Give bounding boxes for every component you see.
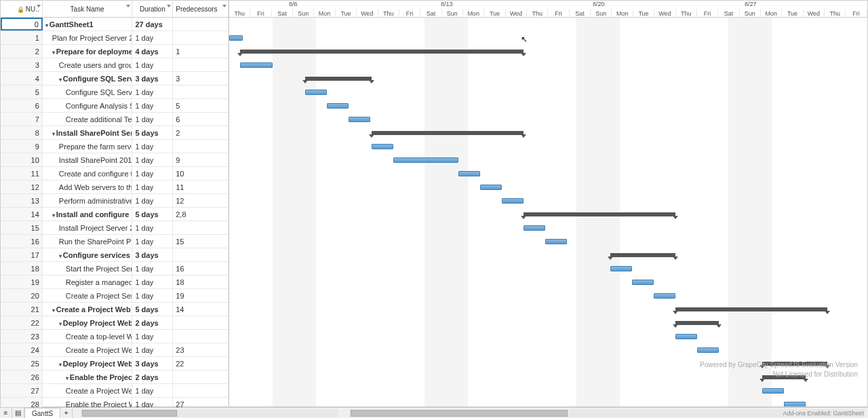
gantt-task-bar[interactable] (675, 334, 697, 339)
row-number-cell[interactable]: 26 (1, 370, 43, 383)
predecessors-cell[interactable]: 10 (173, 167, 229, 180)
duration-cell[interactable]: 1 day (132, 180, 173, 193)
duration-cell[interactable]: 3 days (132, 248, 173, 261)
table-row[interactable]: 15Install Project Server 20131 day (1, 221, 229, 235)
gantt-task-bar[interactable] (240, 62, 273, 68)
gantt-task-bar[interactable] (305, 90, 327, 95)
add-sheet-button[interactable]: + (60, 408, 73, 418)
row-number-cell[interactable]: 8 (1, 126, 43, 139)
gantt-chart[interactable]: 8/68/138/208/27 ThuFriSatSunMonTueWedThu… (229, 1, 867, 406)
predecessors-cell[interactable]: 2 (173, 126, 229, 139)
table-row[interactable]: 27Create a Project Web Ap1 day (1, 384, 229, 398)
predecessors-cell[interactable]: 23 (173, 343, 229, 356)
row-number-cell[interactable]: 20 (1, 289, 43, 302)
table-row[interactable]: 13Perform administrative task1 day12 (1, 194, 229, 208)
gantt-task-bar[interactable] (502, 198, 524, 204)
row-number-cell[interactable]: 11 (1, 167, 43, 180)
gantt-body[interactable] (229, 18, 867, 406)
row-number-cell[interactable]: 13 (1, 194, 43, 207)
duration-cell[interactable]: 1 day (132, 343, 173, 356)
predecessors-cell[interactable]: 22 (173, 357, 229, 370)
predecessors-cell[interactable]: 12 (173, 194, 229, 207)
row-number-cell[interactable]: 22 (1, 316, 43, 329)
table-row[interactable]: 22Deploy Project Web App w2 days (1, 316, 229, 330)
duration-cell[interactable]: 1 day (132, 384, 173, 397)
table-row[interactable]: 24Create a Project Web App1 day23 (1, 343, 229, 357)
gantt-summary-bar[interactable] (675, 307, 827, 311)
col-header-duration[interactable]: Duration (132, 1, 173, 17)
chevron-down-icon[interactable] (167, 5, 171, 7)
task-name-cell[interactable]: Configure Analysis Servic (66, 102, 133, 110)
table-row[interactable]: 17Configure services3 days (1, 248, 229, 262)
gantt-task-bar[interactable] (372, 144, 393, 149)
predecessors-cell[interactable]: 18 (173, 276, 229, 288)
table-row[interactable]: 11Create and configure the fa1 day10 (1, 167, 229, 180)
row-number-cell[interactable]: 10 (1, 153, 43, 166)
table-row[interactable]: 5Configure SQL Server net1 day (1, 86, 229, 99)
task-name-cell[interactable]: Register a managed accou (66, 278, 133, 286)
predecessors-cell[interactable] (173, 18, 229, 31)
predecessors-cell[interactable]: 19 (173, 289, 229, 302)
chevron-down-icon[interactable] (37, 5, 41, 7)
table-row[interactable]: 10Install SharePoint 2013 on1 day9 (1, 153, 229, 167)
task-name-cell[interactable]: Prepare the farm servers (59, 142, 133, 151)
row-number-cell[interactable]: 16 (1, 235, 43, 248)
table-row[interactable]: 21Create a Project Web App si5 days14 (1, 303, 229, 316)
table-row[interactable]: 9Prepare the farm servers1 day (1, 140, 229, 153)
gantt-task-bar[interactable] (610, 266, 632, 271)
duration-cell[interactable]: 1 day (132, 221, 173, 234)
gantt-task-bar[interactable] (327, 103, 349, 109)
chevron-down-icon[interactable] (222, 5, 226, 7)
table-row[interactable]: 6Configure Analysis Servic1 day5 (1, 99, 229, 113)
duration-cell[interactable]: 1 day (132, 398, 173, 408)
row-number-cell[interactable]: 23 (1, 330, 43, 343)
duration-cell[interactable]: 5 days (132, 303, 173, 316)
table-row[interactable]: 28Enable the Project Web1 day27 (1, 398, 229, 408)
duration-cell[interactable]: 1 day (132, 31, 173, 44)
gantt-task-bar[interactable] (229, 35, 243, 41)
table-row[interactable]: 25Deploy Project Web App i3 days22 (1, 357, 229, 370)
predecessors-cell[interactable]: 6 (173, 113, 229, 126)
predecessors-cell[interactable]: 27 (173, 398, 229, 408)
duration-cell[interactable]: 1 day (132, 330, 173, 343)
task-name-cell[interactable]: Run the SharePoint Produc (59, 238, 133, 246)
gantt-summary-bar[interactable] (524, 212, 675, 216)
gantt-summary-bar[interactable] (675, 321, 719, 325)
table-row[interactable]: 7Create additional TempDB1 day6 (1, 113, 229, 126)
gantt-task-bar[interactable] (762, 388, 784, 394)
row-number-cell[interactable]: 17 (1, 248, 43, 261)
gantt-task-bar[interactable] (784, 402, 806, 406)
duration-cell[interactable]: 1 day (132, 235, 173, 248)
duration-cell[interactable]: 5 days (132, 126, 173, 139)
duration-cell[interactable]: 4 days (132, 45, 173, 58)
gantt-summary-bar[interactable] (240, 50, 524, 54)
table-row[interactable]: 12Add Web servers to the farm1 day11 (1, 180, 229, 194)
task-name-cell[interactable]: Deploy Project Web App i (63, 360, 133, 368)
task-name-cell[interactable]: Create and configure the fa (59, 170, 133, 178)
task-name-cell[interactable]: Configure services (63, 251, 130, 259)
predecessors-cell[interactable]: 9 (173, 153, 229, 166)
row-number-cell[interactable]: 14 (1, 208, 43, 221)
gantt-task-bar[interactable] (458, 171, 480, 176)
task-name-cell[interactable]: Create a Project Web App (66, 346, 133, 354)
predecessors-cell[interactable]: 15 (173, 235, 229, 248)
predecessors-cell[interactable]: 16 (173, 262, 229, 275)
gantt-task-bar[interactable] (480, 185, 502, 190)
gantt-summary-bar[interactable] (610, 253, 675, 257)
predecessors-cell[interactable]: 3 (173, 72, 229, 85)
row-number-cell[interactable]: 12 (1, 180, 43, 193)
tab-all-button[interactable]: ▤ (12, 408, 24, 418)
predecessors-cell[interactable] (173, 58, 229, 71)
predecessors-cell[interactable] (173, 370, 229, 383)
table-row[interactable]: 2Prepare for deployment4 days1 (1, 45, 229, 58)
task-name-cell[interactable]: Create a Project Web Ap (66, 387, 133, 395)
scrollbar-thumb[interactable] (82, 410, 177, 417)
predecessors-cell[interactable] (173, 384, 229, 397)
table-row[interactable]: 16Run the SharePoint Produc1 day15 (1, 235, 229, 248)
predecessors-cell[interactable]: 5 (173, 99, 229, 112)
table-row[interactable]: 1Plan for Project Server 20131 day (1, 31, 229, 45)
duration-cell[interactable]: 1 day (132, 99, 173, 112)
predecessors-cell[interactable]: 14 (173, 303, 229, 316)
row-number-cell[interactable]: 6 (1, 99, 43, 112)
task-name-cell[interactable]: Create additional TempDB (66, 115, 133, 124)
